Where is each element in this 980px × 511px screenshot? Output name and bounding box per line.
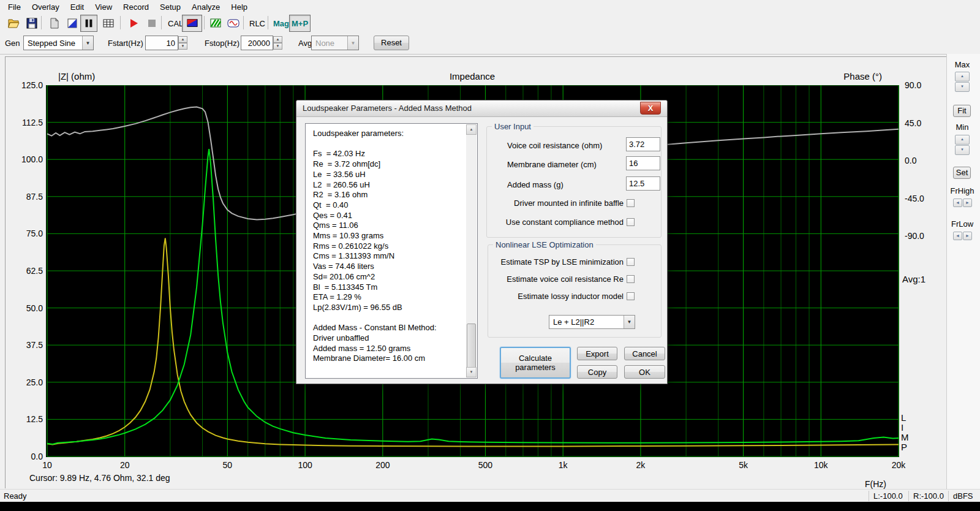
menu-item-file[interactable]: File xyxy=(2,1,26,13)
parameters-scrollbar[interactable]: ▲ ▼ xyxy=(466,124,477,377)
table-view-button[interactable] xyxy=(100,15,117,32)
added-mass-input[interactable] xyxy=(626,176,660,191)
menu-item-analyze[interactable]: Analyze xyxy=(186,1,225,13)
min-up-button[interactable]: ▲ xyxy=(955,135,970,145)
estimate-re-label: Estimate voice coil resistance Re xyxy=(450,274,624,284)
scroll-up-icon[interactable]: ▲ xyxy=(466,124,477,135)
save-file-button[interactable] xyxy=(23,15,40,32)
magnitude-phase-view-button[interactable]: M+P xyxy=(289,15,311,32)
toolbar-separator xyxy=(243,16,244,29)
open-file-button[interactable] xyxy=(5,15,22,32)
parameters-text: Loudspeaker parameters: Fs = 42.03 Hz Re… xyxy=(313,129,437,364)
frlow-left-button[interactable]: ◄ xyxy=(953,232,962,240)
export-button[interactable]: Export xyxy=(577,347,617,360)
user-input-legend: User Input xyxy=(492,122,533,131)
average-count-indicator: Avg:1 xyxy=(902,274,925,284)
axis-tick-label: 112.5 xyxy=(15,118,43,127)
frhigh-right-button[interactable]: ► xyxy=(963,199,972,207)
loudspeaker-parameters-dialog: Loudspeaker Parameters - Added Mass Meth… xyxy=(296,100,668,384)
cancel-button[interactable]: Cancel xyxy=(624,347,665,360)
avg-label: Avg xyxy=(298,39,312,48)
axis-tick-label: 25.0 xyxy=(15,377,43,387)
axis-tick-label: 62.5 xyxy=(15,266,43,276)
infinite-baffle-label: Driver mounted in infinite baffle xyxy=(450,199,624,208)
frhigh-left-button[interactable]: ◄ xyxy=(953,199,962,207)
min-down-button[interactable]: ▼ xyxy=(955,145,970,155)
inductor-model-select[interactable]: Le + L2||R2 ▼ xyxy=(549,315,635,329)
screen-bottom-strip xyxy=(0,502,980,511)
axis-tick-label: 50 xyxy=(223,460,233,470)
chevron-down-icon[interactable]: ▼ xyxy=(624,316,635,328)
menu-item-help[interactable]: Help xyxy=(225,1,253,13)
close-button[interactable]: X xyxy=(640,102,661,115)
spin-up-icon[interactable]: ▲ xyxy=(178,36,187,43)
copy-button[interactable]: Copy xyxy=(577,365,617,379)
status-separator xyxy=(869,491,869,501)
axis-tick-label: 0.0 xyxy=(905,156,938,165)
parameters-text-panel[interactable]: Loudspeaker parameters: Fs = 42.03 Hz Re… xyxy=(305,123,478,379)
constant-compliance-checkbox[interactable] xyxy=(627,218,635,226)
voice-coil-resistance-input[interactable] xyxy=(626,137,660,151)
set-button[interactable]: Set xyxy=(953,167,971,179)
estimate-lossy-inductor-checkbox[interactable] xyxy=(627,292,635,300)
axis-tick-label: 125.0 xyxy=(15,80,43,90)
spin-down-icon[interactable]: ▼ xyxy=(178,43,187,50)
start-recording-button[interactable] xyxy=(125,15,142,32)
impedance-mode-button[interactable] xyxy=(182,15,202,32)
spectrum-analysis-button[interactable] xyxy=(207,15,224,32)
fstop-input[interactable] xyxy=(241,36,273,50)
menu-item-setup[interactable]: Setup xyxy=(154,1,186,13)
close-icon: X xyxy=(648,104,654,113)
stop-recording-button[interactable] xyxy=(143,15,160,32)
generator-type-select[interactable]: Stepped Sine ▼ xyxy=(23,36,94,50)
rlc-measurement-button[interactable]: RLC xyxy=(247,15,268,32)
y-right-axis-title: Phase (°) xyxy=(827,71,882,81)
estimate-re-checkbox[interactable] xyxy=(627,275,635,283)
spin-down-icon[interactable]: ▼ xyxy=(273,43,282,50)
menu-item-edit[interactable]: Edit xyxy=(65,1,89,13)
menu-item-view[interactable]: View xyxy=(89,1,118,13)
calculate-parameters-button[interactable]: Calculate parameters xyxy=(500,347,571,379)
axis-tick-label: -90.0 xyxy=(905,231,938,241)
estimate-tsp-label: Estimate TSP by LSE minimization xyxy=(450,257,624,267)
gen-label: Gen xyxy=(5,39,20,48)
copy-graph-button[interactable] xyxy=(45,15,62,32)
estimate-tsp-checkbox[interactable] xyxy=(627,258,635,266)
frlow-right-button[interactable]: ► xyxy=(963,232,972,240)
pause-icon xyxy=(83,18,94,29)
signal-generator-button[interactable] xyxy=(225,15,242,32)
chevron-down-icon[interactable]: ▼ xyxy=(82,36,93,50)
ok-button[interactable]: OK xyxy=(624,365,665,379)
menu-item-record[interactable]: Record xyxy=(118,1,154,13)
play-icon xyxy=(127,17,140,29)
axis-tick-label: 75.0 xyxy=(15,229,43,238)
dialog-title-bar[interactable]: Loudspeaker Parameters - Added Mass Meth… xyxy=(296,100,667,117)
status-unit: dBFS xyxy=(953,491,973,501)
fstop-spinner[interactable]: ▲ ▼ xyxy=(273,36,282,50)
membrane-diameter-input[interactable] xyxy=(626,156,660,170)
axis-tick-label: 1k xyxy=(559,460,568,470)
spin-up-icon[interactable]: ▲ xyxy=(273,36,282,43)
x-axis-title: F(Hz) xyxy=(865,479,886,489)
axis-tick-label: 12.5 xyxy=(15,414,43,424)
menu-item-overlay[interactable]: Overlay xyxy=(26,1,65,13)
pause-button[interactable] xyxy=(80,15,97,32)
infinite-baffle-checkbox[interactable] xyxy=(627,199,635,207)
scroll-down-icon[interactable]: ▼ xyxy=(466,367,477,377)
open-folder-icon xyxy=(7,17,20,29)
reset-button[interactable]: Reset xyxy=(374,36,409,50)
max-down-button[interactable]: ▼ xyxy=(955,82,970,92)
axis-tick-label: 2k xyxy=(636,460,646,470)
generator-settings-bar: Gen Stepped Sine ▼ Fstart(Hz) ▲ ▼ Fstop(… xyxy=(0,32,980,55)
stop-icon xyxy=(146,17,158,29)
gain-setting-button[interactable] xyxy=(64,15,81,32)
fstart-input[interactable] xyxy=(145,36,178,50)
scrollbar-thumb[interactable] xyxy=(467,324,476,369)
estimate-lossy-inductor-label: Estimate lossy inductor model xyxy=(450,292,624,301)
fit-button[interactable]: Fit xyxy=(953,105,971,117)
max-up-button[interactable]: ▲ xyxy=(955,72,970,81)
axis-tick-label: 200 xyxy=(375,460,390,470)
fstart-spinner[interactable]: ▲ ▼ xyxy=(178,36,187,50)
magnitude-view-button[interactable]: Mag xyxy=(271,15,292,32)
axis-tick-label: 87.5 xyxy=(15,192,43,202)
